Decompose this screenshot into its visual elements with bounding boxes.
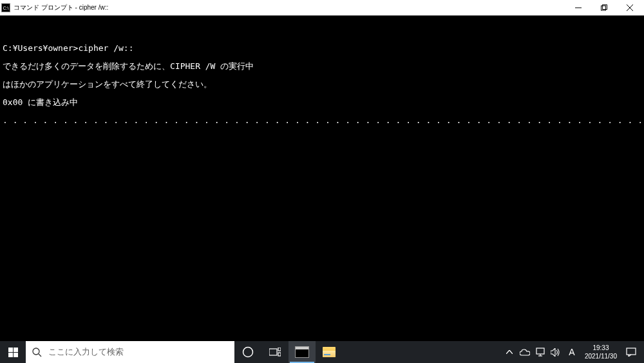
- taskbar-app-cmd[interactable]: [289, 341, 316, 363]
- tray-volume[interactable]: [549, 341, 563, 363]
- task-view-button[interactable]: [261, 341, 289, 363]
- terminal-line: できるだけ多くのデータを削除するために、CIPHER /W の実行中: [3, 62, 641, 71]
- tray-onedrive[interactable]: [518, 341, 532, 363]
- svg-rect-7: [8, 353, 13, 357]
- taskbar-clock[interactable]: 19:33 2021/11/30: [581, 344, 621, 360]
- system-tray: A 19:33 2021/11/30: [502, 341, 644, 363]
- terminal-prompt-line: C:¥Users¥owner>cipher /w::: [3, 44, 641, 53]
- monitor-icon: [536, 348, 545, 357]
- cloud-icon: [520, 349, 530, 356]
- svg-marker-18: [551, 348, 555, 357]
- svg-rect-19: [627, 348, 636, 355]
- windows-logo-icon: [8, 348, 18, 357]
- window-titlebar: C:\ コマンド プロンプト - cipher /w::: [0, 0, 644, 15]
- speaker-icon: [551, 348, 560, 357]
- terminal-progress-line: . . . . . . . . . . . . . . . . . . . . …: [3, 116, 641, 125]
- svg-rect-5: [8, 348, 13, 352]
- svg-rect-14: [278, 353, 281, 356]
- terminal-line: [3, 26, 641, 35]
- tray-chevron-up[interactable]: [502, 341, 516, 363]
- notification-icon: [626, 348, 636, 357]
- svg-rect-12: [269, 349, 277, 355]
- window-title: コマンド プロンプト - cipher /w::: [14, 3, 565, 12]
- terminal-output[interactable]: C:¥Users¥owner>cipher /w:: できるだけ多くのデータを削…: [0, 15, 644, 341]
- close-button[interactable]: [617, 0, 643, 15]
- svg-rect-13: [278, 348, 281, 351]
- terminal-line: 0x00 に書き込み中: [3, 98, 641, 107]
- circle-icon: [242, 346, 254, 358]
- cmd-app-icon: [295, 346, 309, 358]
- clock-time: 19:33: [585, 344, 617, 352]
- action-center-button[interactable]: [622, 341, 640, 363]
- svg-rect-15: [536, 348, 544, 354]
- taskbar-items: [234, 341, 343, 363]
- svg-rect-8: [14, 353, 18, 357]
- chevron-up-icon: [506, 350, 513, 354]
- maximize-button[interactable]: [591, 0, 617, 15]
- start-button[interactable]: [0, 341, 26, 363]
- svg-point-11: [243, 348, 253, 357]
- taskbar-app-explorer[interactable]: [316, 341, 343, 363]
- svg-point-9: [33, 348, 39, 355]
- ime-indicator[interactable]: A: [564, 341, 580, 363]
- search-icon: [32, 348, 42, 357]
- task-view-icon: [269, 348, 281, 357]
- minimize-button[interactable]: [565, 0, 591, 15]
- svg-rect-6: [14, 348, 18, 352]
- terminal-line: はほかのアプリケーションをすべて終了してください。: [3, 80, 641, 89]
- folder-icon: [323, 347, 336, 357]
- search-placeholder: ここに入力して検索: [48, 346, 124, 358]
- window-controls: [565, 0, 643, 15]
- tray-network[interactable]: [533, 341, 547, 363]
- cmd-titlebar-icon: C:\: [1, 3, 10, 12]
- taskbar-search[interactable]: ここに入力して検索: [26, 341, 234, 363]
- taskbar: ここに入力して検索 A: [0, 341, 644, 363]
- cortana-button[interactable]: [234, 341, 261, 363]
- clock-date: 2021/11/30: [585, 352, 617, 360]
- svg-line-10: [39, 354, 41, 357]
